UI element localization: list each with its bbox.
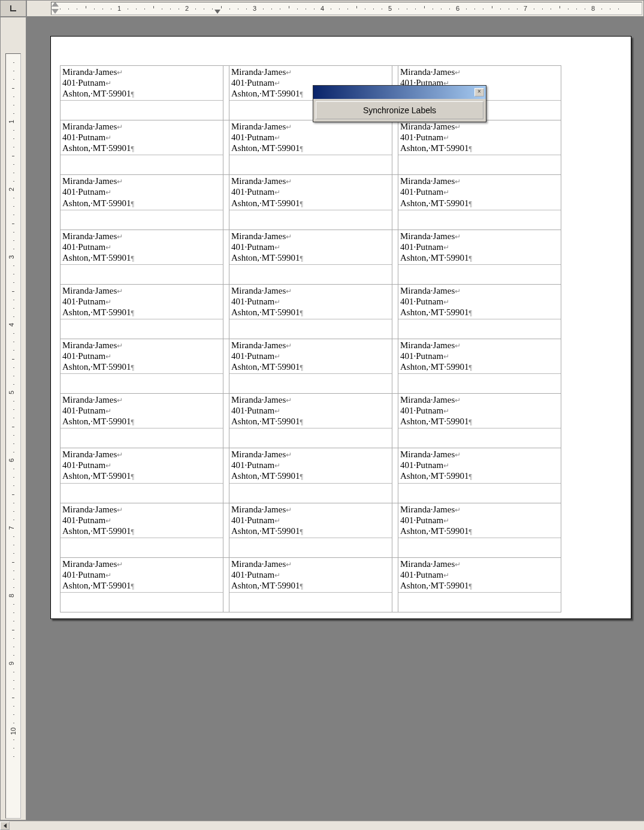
- label-empty-area[interactable]: [61, 428, 223, 448]
- label-text-block[interactable]: Miranda·James↵401·Putnam↵Ashton,·MT·5990…: [61, 339, 223, 374]
- label-cell[interactable]: Miranda·James↵401·Putnam↵Ashton,·MT·5990…: [398, 503, 561, 557]
- label-cell[interactable]: Miranda·James↵401·Putnam↵Ashton,·MT·5990…: [229, 394, 392, 448]
- tab-stop-marker-icon[interactable]: [214, 10, 220, 14]
- label-cell[interactable]: Miranda·James↵401·Putnam↵Ashton,·MT·5990…: [398, 448, 561, 503]
- label-empty-area[interactable]: [61, 484, 223, 503]
- label-cell[interactable]: Miranda·James↵401·Putnam↵Ashton,·MT·5990…: [61, 175, 223, 230]
- left-indent-marker-icon[interactable]: [52, 2, 59, 7]
- label-cell[interactable]: Miranda·James↵401·Putnam↵Ashton,·MT·5990…: [398, 557, 561, 612]
- label-text-block[interactable]: Miranda·James↵401·Putnam↵Ashton,·MT·5990…: [398, 285, 561, 319]
- label-text-block[interactable]: Miranda·James↵401·Putnam↵Ashton,·MT·5990…: [398, 339, 561, 374]
- synchronize-labels-button[interactable]: Synchronize Labels: [316, 101, 483, 119]
- label-cell[interactable]: Miranda·James↵401·Putnam↵Ashton,·MT·5990…: [61, 339, 223, 393]
- label-line: 401·Putnam: [231, 78, 274, 87]
- label-cell[interactable]: Miranda·James↵401·Putnam↵Ashton,·MT·5990…: [61, 557, 223, 612]
- label-empty-area[interactable]: [229, 538, 392, 557]
- scroll-track[interactable]: [10, 822, 644, 830]
- label-empty-area[interactable]: [61, 101, 223, 120]
- label-empty-area[interactable]: [61, 155, 223, 174]
- label-empty-area[interactable]: [398, 210, 561, 230]
- label-text-block[interactable]: Miranda·James↵401·Putnam↵Ashton,·MT·5990…: [229, 120, 392, 155]
- label-text-block[interactable]: Miranda·James↵401·Putnam↵Ashton,·MT·5990…: [61, 175, 223, 210]
- label-empty-area[interactable]: [61, 319, 223, 339]
- label-empty-area[interactable]: [229, 155, 392, 174]
- document-viewport[interactable]: Miranda·James↵401·Putnam↵Ashton,·MT·5990…: [26, 17, 644, 820]
- label-empty-area[interactable]: [398, 374, 561, 393]
- vertical-ruler[interactable]: 12345678910: [0, 17, 26, 820]
- label-empty-area[interactable]: [229, 428, 392, 448]
- label-empty-area[interactable]: [61, 374, 223, 393]
- label-text-block[interactable]: Miranda·James↵401·Putnam↵Ashton,·MT·5990…: [61, 120, 223, 155]
- label-cell[interactable]: Miranda·James↵401·Putnam↵Ashton,·MT·5990…: [398, 175, 561, 230]
- label-text-block[interactable]: Miranda·James↵401·Putnam↵Ashton,·MT·5990…: [61, 448, 223, 483]
- label-cell[interactable]: Miranda·James↵401·Putnam↵Ashton,·MT·5990…: [61, 66, 223, 120]
- label-cell[interactable]: Miranda·James↵401·Putnam↵Ashton,·MT·5990…: [61, 230, 223, 284]
- horizontal-scrollbar[interactable]: [0, 820, 644, 830]
- label-cell[interactable]: Miranda·James↵401·Putnam↵Ashton,·MT·5990…: [229, 120, 392, 175]
- label-text-block[interactable]: Miranda·James↵401·Putnam↵Ashton,·MT·5990…: [229, 285, 392, 319]
- label-empty-area[interactable]: [398, 155, 561, 174]
- label-empty-area[interactable]: [61, 210, 223, 230]
- label-text-block[interactable]: Miranda·James↵401·Putnam↵Ashton,·MT·5990…: [61, 66, 223, 101]
- label-line: 401·Putnam: [231, 351, 274, 361]
- label-empty-area[interactable]: [398, 593, 561, 612]
- label-empty-area[interactable]: [398, 265, 561, 284]
- label-empty-area[interactable]: [229, 484, 392, 503]
- horizontal-ruler[interactable]: 12345678: [26, 0, 644, 17]
- label-cell[interactable]: Miranda·James↵401·Putnam↵Ashton,·MT·5990…: [61, 448, 223, 503]
- label-text-block[interactable]: Miranda·James↵401·Putnam↵Ashton,·MT·5990…: [398, 558, 561, 593]
- label-text-block[interactable]: Miranda·James↵401·Putnam↵Ashton,·MT·5990…: [398, 230, 561, 265]
- scroll-left-button[interactable]: [0, 822, 10, 830]
- label-text-block[interactable]: Miranda·James↵401·Putnam↵Ashton,·MT·5990…: [398, 120, 561, 155]
- label-text-block[interactable]: Miranda·James↵401·Putnam↵Ashton,·MT·5990…: [61, 285, 223, 319]
- label-text-block[interactable]: Miranda·James↵401·Putnam↵Ashton,·MT·5990…: [61, 503, 223, 538]
- label-text-block[interactable]: Miranda·James↵401·Putnam↵Ashton,·MT·5990…: [61, 394, 223, 428]
- label-empty-area[interactable]: [61, 593, 223, 612]
- label-text-block[interactable]: Miranda·James↵401·Putnam↵Ashton,·MT·5990…: [229, 230, 392, 265]
- label-text-block[interactable]: Miranda·James↵401·Putnam↵Ashton,·MT·5990…: [61, 230, 223, 265]
- label-cell[interactable]: Miranda·James↵401·Putnam↵Ashton,·MT·5990…: [229, 230, 392, 284]
- synchronize-labels-toolbar[interactable]: × Synchronize Labels: [313, 85, 486, 122]
- label-empty-area[interactable]: [398, 319, 561, 339]
- label-empty-area[interactable]: [229, 210, 392, 230]
- label-cell[interactable]: Miranda·James↵401·Putnam↵Ashton,·MT·5990…: [61, 120, 223, 175]
- v-ruler-number: 8: [8, 594, 15, 597]
- label-cell[interactable]: Miranda·James↵401·Putnam↵Ashton,·MT·5990…: [229, 339, 392, 393]
- label-cell[interactable]: Miranda·James↵401·Putnam↵Ashton,·MT·5990…: [229, 557, 392, 612]
- label-text-block[interactable]: Miranda·James↵401·Putnam↵Ashton,·MT·5990…: [398, 175, 561, 210]
- label-text-block[interactable]: Miranda·James↵401·Putnam↵Ashton,·MT·5990…: [398, 448, 561, 483]
- label-cell[interactable]: Miranda·James↵401·Putnam↵Ashton,·MT·5990…: [61, 503, 223, 557]
- label-empty-area[interactable]: [398, 484, 561, 503]
- label-empty-area[interactable]: [229, 593, 392, 612]
- label-text-block[interactable]: Miranda·James↵401·Putnam↵Ashton,·MT·5990…: [61, 558, 223, 593]
- label-empty-area[interactable]: [398, 428, 561, 448]
- label-text-block[interactable]: Miranda·James↵401·Putnam↵Ashton,·MT·5990…: [398, 394, 561, 428]
- label-cell[interactable]: Miranda·James↵401·Putnam↵Ashton,·MT·5990…: [398, 339, 561, 393]
- label-empty-area[interactable]: [398, 538, 561, 557]
- close-button[interactable]: ×: [474, 88, 484, 96]
- label-text-block[interactable]: Miranda·James↵401·Putnam↵Ashton,·MT·5990…: [229, 175, 392, 210]
- label-cell[interactable]: Miranda·James↵401·Putnam↵Ashton,·MT·5990…: [398, 120, 561, 175]
- label-cell[interactable]: Miranda·James↵401·Putnam↵Ashton,·MT·5990…: [398, 230, 561, 284]
- label-cell[interactable]: Miranda·James↵401·Putnam↵Ashton,·MT·5990…: [229, 448, 392, 503]
- label-empty-area[interactable]: [61, 265, 223, 284]
- label-text-block[interactable]: Miranda·James↵401·Putnam↵Ashton,·MT·5990…: [229, 503, 392, 538]
- label-cell[interactable]: Miranda·James↵401·Putnam↵Ashton,·MT·5990…: [229, 175, 392, 230]
- label-text-block[interactable]: Miranda·James↵401·Putnam↵Ashton,·MT·5990…: [229, 394, 392, 428]
- label-empty-area[interactable]: [229, 319, 392, 339]
- label-cell[interactable]: Miranda·James↵401·Putnam↵Ashton,·MT·5990…: [229, 503, 392, 557]
- label-empty-area[interactable]: [229, 265, 392, 284]
- label-empty-area[interactable]: [61, 538, 223, 557]
- label-cell[interactable]: Miranda·James↵401·Putnam↵Ashton,·MT·5990…: [229, 284, 392, 339]
- toolbar-titlebar[interactable]: ×: [313, 86, 486, 99]
- label-cell[interactable]: Miranda·James↵401·Putnam↵Ashton,·MT·5990…: [398, 284, 561, 339]
- label-empty-area[interactable]: [229, 374, 392, 393]
- label-cell[interactable]: Miranda·James↵401·Putnam↵Ashton,·MT·5990…: [61, 394, 223, 448]
- label-cell[interactable]: Miranda·James↵401·Putnam↵Ashton,·MT·5990…: [61, 284, 223, 339]
- label-text-block[interactable]: Miranda·James↵401·Putnam↵Ashton,·MT·5990…: [229, 448, 392, 483]
- label-text-block[interactable]: Miranda·James↵401·Putnam↵Ashton,·MT·5990…: [229, 339, 392, 374]
- ruler-origin-button[interactable]: [0, 0, 26, 17]
- label-cell[interactable]: Miranda·James↵401·Putnam↵Ashton,·MT·5990…: [398, 394, 561, 448]
- label-text-block[interactable]: Miranda·James↵401·Putnam↵Ashton,·MT·5990…: [398, 503, 561, 538]
- label-text-block[interactable]: Miranda·James↵401·Putnam↵Ashton,·MT·5990…: [229, 558, 392, 593]
